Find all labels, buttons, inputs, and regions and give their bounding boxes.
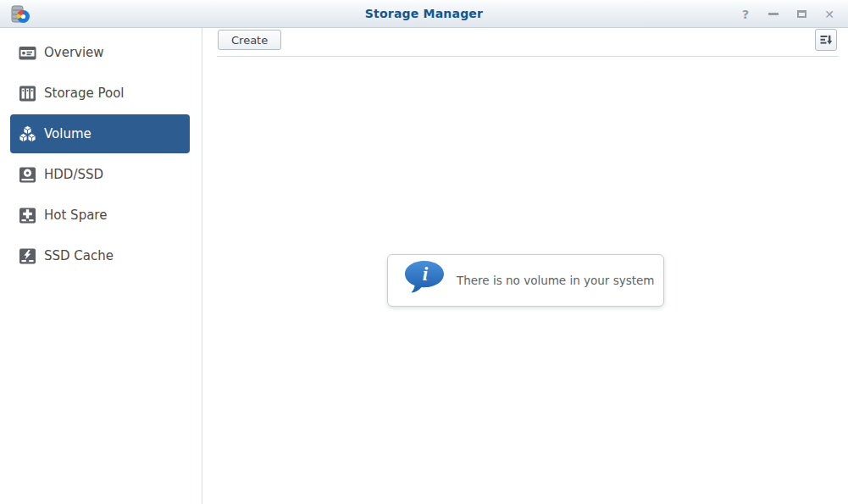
window-controls: ? ✕ <box>739 0 836 28</box>
sidebar-item-label: Hot Spare <box>44 208 107 223</box>
sort-button[interactable] <box>815 29 837 51</box>
sidebar-item-label: Overview <box>44 45 104 60</box>
sidebar-item-storage-pool[interactable]: Storage Pool <box>10 74 190 113</box>
volume-cubes-icon <box>19 125 36 143</box>
sidebar-item-hdd-ssd[interactable]: HDD/SSD <box>10 155 190 194</box>
sidebar: Overview Storage Pool <box>0 28 202 504</box>
title-bar: Storage Manager ? ✕ <box>0 0 848 28</box>
sidebar-item-overview[interactable]: Overview <box>10 33 190 72</box>
main-content: Create <box>203 28 848 504</box>
sidebar-item-label: HDD/SSD <box>44 167 103 182</box>
help-icon[interactable]: ? <box>739 8 752 21</box>
storage-pool-icon <box>19 85 36 102</box>
minimize-icon[interactable] <box>767 8 780 21</box>
hdd-ssd-icon <box>19 166 36 184</box>
hot-spare-icon <box>19 207 36 224</box>
svg-text:i: i <box>423 263 429 285</box>
info-bubble-icon: i <box>402 259 446 302</box>
sidebar-item-hot-spare[interactable]: Hot Spare <box>10 196 190 235</box>
sidebar-item-label: Storage Pool <box>44 86 125 101</box>
sidebar-item-ssd-cache[interactable]: SSD Cache <box>10 236 190 275</box>
storage-manager-window: Storage Manager ? ✕ Overview <box>0 0 848 504</box>
sort-descending-icon <box>819 33 833 47</box>
maximize-icon[interactable] <box>795 8 808 21</box>
toolbar: Create <box>203 28 848 57</box>
sidebar-item-label: Volume <box>44 126 91 141</box>
close-icon[interactable]: ✕ <box>823 8 836 21</box>
ssd-cache-icon <box>19 247 36 265</box>
overview-icon <box>19 44 36 62</box>
sidebar-item-volume[interactable]: Volume <box>10 114 190 153</box>
volume-empty-state: i There is no volume in your system <box>203 57 848 504</box>
window-title: Storage Manager <box>0 7 848 20</box>
info-box: i There is no volume in your system <box>387 254 664 307</box>
empty-message: There is no volume in your system <box>457 274 655 287</box>
create-button[interactable]: Create <box>218 30 281 50</box>
sidebar-item-label: SSD Cache <box>44 248 114 263</box>
